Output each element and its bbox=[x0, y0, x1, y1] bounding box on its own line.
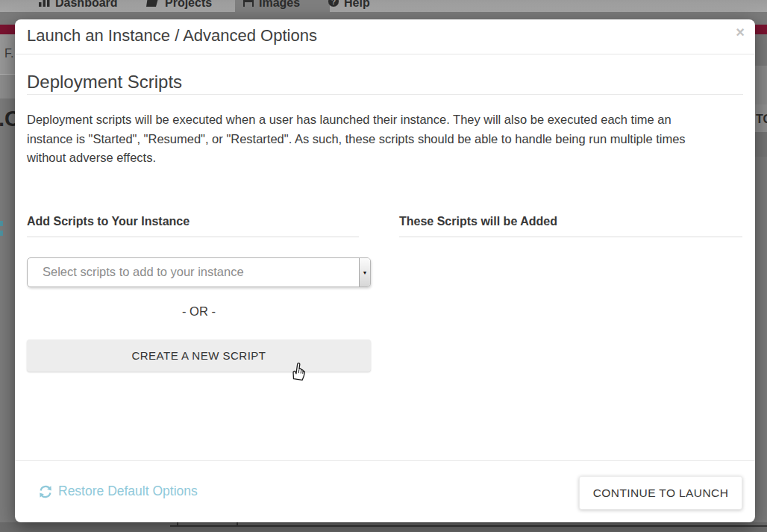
help-circle-icon: ? bbox=[328, 0, 339, 10]
modal-header: Launch an Instance / Advanced Options × bbox=[15, 19, 755, 54]
background-table-line bbox=[170, 525, 767, 527]
column-underline bbox=[27, 237, 359, 237]
add-scripts-column-header: Add Scripts to Your Instance bbox=[27, 215, 190, 228]
advanced-options-modal: Launch an Instance / Advanced Options × … bbox=[15, 19, 755, 522]
background-navbar: Dashboard Projects Images ? Help bbox=[0, 0, 767, 12]
background-band bbox=[755, 66, 767, 104]
svg-text:?: ? bbox=[331, 0, 336, 5]
nav-tab-label: Dashboard bbox=[55, 0, 118, 10]
nav-tab-help: ? Help bbox=[328, 0, 370, 12]
nav-tab-label: Projects bbox=[165, 0, 212, 10]
folder-icon bbox=[146, 0, 160, 10]
or-divider-label: - OR - bbox=[27, 304, 371, 319]
scripts-select[interactable]: Select scripts to add to your instance ▼ bbox=[27, 257, 371, 287]
nav-tab-projects: Projects bbox=[146, 0, 212, 12]
nav-tab-dashboard: Dashboard bbox=[39, 0, 118, 12]
bar-chart-icon bbox=[39, 0, 50, 10]
nav-tab-images: Images bbox=[243, 0, 300, 12]
nav-tab-label: Images bbox=[259, 0, 300, 10]
background-band bbox=[755, 132, 767, 157]
section-heading: Deployment Scripts bbox=[27, 72, 182, 93]
chevron-down-icon: ▼ bbox=[363, 270, 368, 275]
background-text-fragment: F. bbox=[4, 47, 13, 60]
column-underline bbox=[399, 237, 742, 237]
refresh-icon bbox=[39, 485, 52, 498]
footer-divider bbox=[15, 460, 755, 461]
modal-title: Launch an Instance / Advanced Options bbox=[27, 26, 317, 46]
nav-tab-label: Help bbox=[344, 0, 370, 10]
background-text-fragment: TO bbox=[756, 113, 767, 126]
deployment-scripts-description: Deployment scripts will be executed when… bbox=[27, 110, 715, 168]
background-teal-mark bbox=[0, 231, 3, 236]
continue-to-launch-button[interactable]: CONTINUE TO LAUNCH bbox=[579, 476, 742, 510]
save-icon bbox=[243, 0, 254, 10]
restore-default-options-label: Restore Default Options bbox=[58, 484, 198, 499]
scripts-select-placeholder: Select scripts to add to your instance bbox=[43, 265, 244, 279]
background-footer-band: 13 by jfischer bbox=[0, 522, 767, 532]
background-band bbox=[0, 75, 15, 98]
background-teal-mark bbox=[0, 221, 3, 226]
added-scripts-column-header: These Scripts will be Added bbox=[399, 215, 557, 228]
close-icon[interactable]: × bbox=[736, 22, 745, 42]
create-new-script-button[interactable]: CREATE A NEW SCRIPT bbox=[27, 339, 371, 372]
section-divider bbox=[27, 94, 743, 95]
select-dropdown-arrow[interactable]: ▼ bbox=[359, 258, 370, 287]
restore-default-options-link[interactable]: Restore Default Options bbox=[39, 484, 198, 499]
